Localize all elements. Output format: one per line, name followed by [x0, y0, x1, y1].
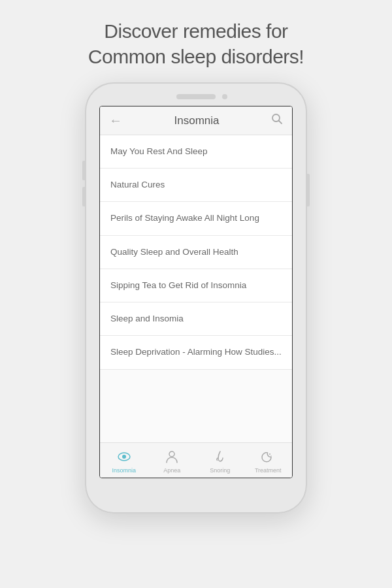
list-item[interactable]: Quality Sleep and Overall Health: [100, 236, 292, 269]
phone-speaker: [176, 94, 216, 99]
list-item[interactable]: Sleep and Insomia: [100, 302, 292, 336]
tab-bar: Insomnia Apnea Snoring: [100, 442, 292, 478]
svg-point-3: [122, 455, 126, 459]
search-icon[interactable]: [271, 113, 283, 128]
list-item[interactable]: May You Rest And Sleep: [100, 135, 292, 169]
tab-apnea-label: Apnea: [163, 467, 180, 474]
tab-apnea[interactable]: Apnea: [148, 448, 197, 474]
phone-camera: [222, 94, 227, 99]
list-item[interactable]: Sleep Deprivation - Alarming How Studies…: [100, 336, 292, 369]
tab-snoring[interactable]: Snoring: [196, 448, 244, 474]
svg-point-6: [271, 455, 272, 456]
tab-insomnia-label: Insomnia: [112, 467, 136, 474]
tab-treatment-label: Treatment: [255, 467, 282, 474]
list-item[interactable]: Natural Cures: [100, 169, 292, 202]
svg-line-1: [278, 121, 282, 124]
phone-btn-left2: [82, 187, 85, 206]
list-item[interactable]: Perils of Staying Awake All Night Long: [100, 202, 292, 235]
hero-text: Discover remedies for Common sleep disor…: [88, 18, 304, 69]
phone-shell: ← Insomnia May You Rest And SleepNatural…: [85, 82, 307, 514]
phone-btn-left: [82, 161, 85, 180]
tab-snoring-label: Snoring: [210, 467, 230, 474]
back-button[interactable]: ←: [109, 113, 122, 128]
svg-point-4: [169, 451, 174, 457]
phone-btn-right: [307, 174, 310, 206]
list-container: May You Rest And SleepNatural CuresPeril…: [100, 135, 292, 442]
nav-bar: ← Insomnia: [100, 106, 292, 135]
phone-screen: ← Insomnia May You Rest And SleepNatural…: [99, 106, 293, 478]
svg-point-5: [269, 453, 270, 455]
tab-insomnia[interactable]: Insomnia: [100, 448, 148, 474]
tab-treatment[interactable]: Treatment: [244, 448, 293, 474]
hero-line1: Discover remedies for: [88, 18, 304, 44]
list-item[interactable]: Sipping Tea to Get Rid of Insomnia: [100, 269, 292, 302]
nav-title: Insomnia: [174, 114, 220, 127]
hero-line2: Common sleep disorders!: [88, 44, 304, 69]
